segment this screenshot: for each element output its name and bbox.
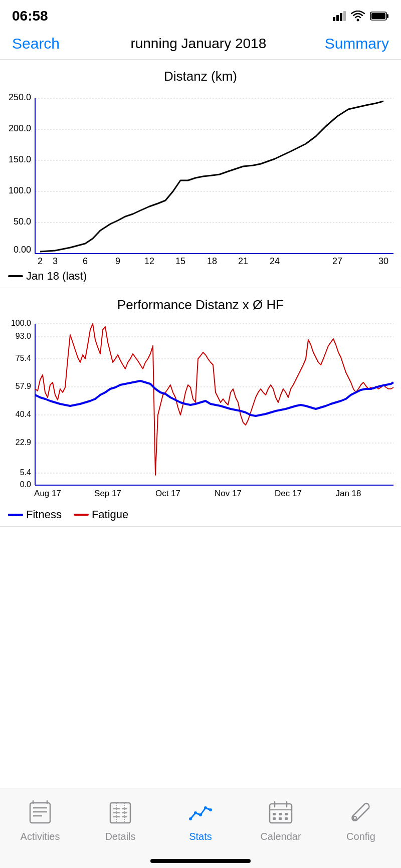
svg-text:12: 12 <box>144 256 154 266</box>
svg-text:50.0: 50.0 <box>14 216 31 227</box>
distanz-chart-area: 250.0 200.0 150.0 100.0 50.0 0.00 2 3 6 … <box>5 86 396 267</box>
tab-activities[interactable]: Activities <box>0 799 80 842</box>
battery-icon <box>370 11 389 21</box>
svg-text:21: 21 <box>238 256 248 266</box>
svg-text:Sep 17: Sep 17 <box>94 489 121 498</box>
status-time: 06:58 <box>12 8 48 24</box>
svg-text:18: 18 <box>207 256 217 266</box>
svg-text:Jan 18: Jan 18 <box>335 489 361 498</box>
config-tab-label: Config <box>346 831 375 842</box>
home-indicator <box>150 859 251 863</box>
stats-icon <box>186 799 215 827</box>
svg-text:Aug 17: Aug 17 <box>34 489 61 498</box>
svg-rect-82 <box>285 817 288 820</box>
calendar-icon <box>267 799 295 827</box>
distanz-chart-title: Distanz (km) <box>0 65 401 86</box>
svg-rect-80 <box>273 817 276 820</box>
svg-text:0.0: 0.0 <box>20 480 31 489</box>
svg-text:Nov 17: Nov 17 <box>215 489 242 498</box>
svg-rect-77 <box>273 813 276 815</box>
svg-text:57.9: 57.9 <box>16 382 31 390</box>
svg-text:2: 2 <box>38 256 43 266</box>
tab-bar: Activities Details Stats <box>0 788 401 868</box>
svg-point-69 <box>194 811 197 814</box>
svg-text:22.9: 22.9 <box>16 438 31 447</box>
stats-tab-label: Stats <box>189 831 212 842</box>
status-icons <box>333 11 389 22</box>
svg-point-70 <box>199 813 202 816</box>
svg-text:Oct 17: Oct 17 <box>155 489 180 498</box>
config-icon <box>347 799 375 827</box>
details-icon <box>106 799 134 827</box>
svg-text:Dec 17: Dec 17 <box>275 489 302 498</box>
summary-button[interactable]: Summary <box>325 35 389 52</box>
svg-rect-81 <box>279 817 282 820</box>
performance-legend: Fitness Fatigue <box>0 505 401 526</box>
svg-point-72 <box>209 808 212 811</box>
svg-text:6: 6 <box>83 256 88 266</box>
nav-bar: Search running January 2018 Summary <box>0 30 401 60</box>
performance-chart-area: 100.0 93.0 75.4 57.9 40.4 22.9 5.4 0.0 A… <box>5 315 396 505</box>
distanz-chart-svg: 250.0 200.0 150.0 100.0 50.0 0.00 2 3 6 … <box>5 86 396 267</box>
fitness-legend-label: Fitness <box>26 508 62 521</box>
svg-text:24: 24 <box>270 256 280 266</box>
performance-chart-title: Performance Distanz x Ø HF <box>0 293 401 315</box>
fitness-legend-item: Fitness <box>8 508 62 521</box>
fatigue-legend-item: Fatigue <box>74 508 128 521</box>
svg-text:100.0: 100.0 <box>9 185 31 195</box>
status-bar: 06:58 <box>0 0 401 30</box>
svg-rect-79 <box>285 813 288 815</box>
distanz-legend: Jan 18 (last) <box>0 267 401 288</box>
search-button[interactable]: Search <box>12 35 72 52</box>
activities-tab-label: Activities <box>21 831 60 842</box>
tab-stats[interactable]: Stats <box>160 799 241 842</box>
svg-point-0 <box>357 19 359 22</box>
svg-text:150.0: 150.0 <box>9 154 31 164</box>
wifi-icon <box>351 11 365 22</box>
calendar-tab-label: Calendar <box>260 831 301 842</box>
svg-point-71 <box>204 806 207 809</box>
tab-config[interactable]: Config <box>321 799 401 842</box>
svg-point-83 <box>353 816 356 819</box>
svg-rect-78 <box>279 813 282 815</box>
svg-rect-3 <box>371 13 385 19</box>
page-title: running January 2018 <box>72 36 325 52</box>
tab-calendar[interactable]: Calendar <box>241 799 321 842</box>
svg-point-68 <box>189 817 192 820</box>
svg-text:250.0: 250.0 <box>9 92 31 102</box>
signal-icon <box>333 11 346 21</box>
svg-text:27: 27 <box>332 256 342 266</box>
svg-text:93.0: 93.0 <box>16 332 31 340</box>
svg-text:15: 15 <box>175 256 185 266</box>
tab-details[interactable]: Details <box>80 799 160 842</box>
svg-text:9: 9 <box>115 256 120 266</box>
performance-chart-section: Performance Distanz x Ø HF 100.0 93.0 75… <box>0 288 401 527</box>
svg-rect-53 <box>30 803 50 823</box>
activities-icon <box>26 799 54 827</box>
performance-chart-svg: 100.0 93.0 75.4 57.9 40.4 22.9 5.4 0.0 A… <box>5 315 396 505</box>
fatigue-legend-label: Fatigue <box>92 508 128 521</box>
svg-text:3: 3 <box>53 256 58 266</box>
svg-text:100.0: 100.0 <box>11 319 31 327</box>
distanz-chart-section: Distanz (km) 250.0 200.0 150.0 100.0 50.… <box>0 60 401 288</box>
svg-text:75.4: 75.4 <box>16 354 31 362</box>
svg-rect-2 <box>387 14 388 18</box>
svg-text:200.0: 200.0 <box>9 123 31 133</box>
distanz-legend-label: Jan 18 (last) <box>26 270 87 283</box>
svg-text:30: 30 <box>378 256 388 266</box>
details-tab-label: Details <box>105 831 135 842</box>
svg-text:40.4: 40.4 <box>16 410 31 418</box>
svg-text:5.4: 5.4 <box>20 468 31 477</box>
svg-text:0.00: 0.00 <box>14 245 31 255</box>
